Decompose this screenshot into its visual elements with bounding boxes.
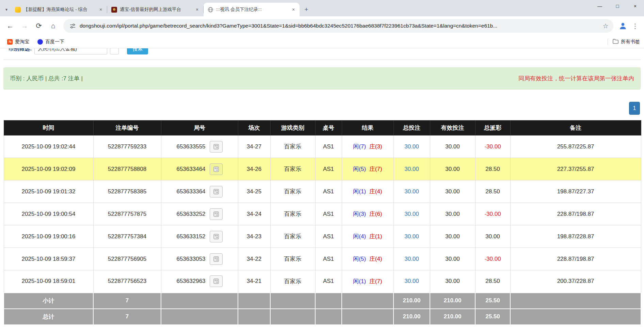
cell-payout: 30.00 bbox=[475, 225, 510, 248]
cell-session: 34-22 bbox=[238, 248, 270, 270]
bet-record-row: 2025-10-09 18:59:37 522877756905 6536330… bbox=[4, 248, 641, 270]
cell-game-type: 百家乐 bbox=[270, 270, 315, 293]
round-result-button[interactable] bbox=[210, 163, 223, 175]
address-bar[interactable]: dongshouji.com/ipl/portal.php/game/betre… bbox=[63, 19, 613, 33]
cell-game-type: 百家乐 bbox=[270, 225, 315, 248]
cell-total-bet[interactable]: 30.00 bbox=[393, 248, 430, 270]
cell-round: 653633152 bbox=[161, 225, 238, 248]
bookmark-aitaobao[interactable]: 淘 爱淘宝 bbox=[4, 37, 32, 46]
round-id: 653633053 bbox=[176, 256, 205, 262]
home-button[interactable]: ⌂ bbox=[46, 19, 60, 33]
minimize-button[interactable]: — bbox=[591, 0, 609, 12]
tab-bet-records[interactable]: :::视讯 会员下注纪录::: × bbox=[204, 3, 300, 16]
cell-total-bet[interactable]: 30.00 bbox=[393, 135, 430, 158]
profile-avatar[interactable] bbox=[617, 20, 629, 32]
round-result-button[interactable] bbox=[210, 141, 223, 153]
cell-total-bet[interactable]: 30.00 bbox=[393, 180, 430, 203]
result-banker: 庄(6) bbox=[369, 211, 382, 217]
tab-forum[interactable]: 【新提醒】海燕策略论坛 - 综合 × bbox=[11, 3, 107, 16]
filter-dropdown[interactable] bbox=[110, 48, 119, 54]
cell-bet-id: 522877757875 bbox=[93, 203, 161, 225]
new-tab-button[interactable]: + bbox=[302, 5, 311, 14]
cell-time: 2025-10-09 19:00:16 bbox=[4, 225, 93, 248]
grand-total-valid-bet: 210.00 bbox=[430, 309, 475, 325]
cell-table-no: AS1 bbox=[315, 248, 342, 270]
bookmark-baidu[interactable]: 百度一下 bbox=[34, 37, 67, 46]
cell-session: 34-23 bbox=[238, 225, 270, 248]
bet-table-body: 2025-10-09 19:02:44 522877759233 6536335… bbox=[4, 135, 641, 293]
cell-total-bet[interactable]: 30.00 bbox=[393, 203, 430, 225]
header-game-type: 游戏类别 bbox=[270, 121, 315, 135]
tab-close-icon[interactable]: × bbox=[97, 6, 104, 13]
filter-form: 币别筛选: 搜索 bbox=[3, 48, 641, 60]
round-id: 653633364 bbox=[176, 188, 205, 195]
cell-time: 2025-10-09 19:01:32 bbox=[4, 180, 93, 203]
cell-total-bet[interactable]: 30.00 bbox=[393, 270, 430, 293]
browser-menu-icon[interactable]: ⋮ bbox=[630, 20, 641, 32]
close-button[interactable]: × bbox=[626, 0, 644, 12]
currency-filter-input[interactable] bbox=[34, 48, 107, 54]
round-result-button[interactable] bbox=[210, 231, 223, 242]
pagination: 1 bbox=[4, 102, 640, 115]
cell-total-bet[interactable]: 30.00 bbox=[393, 158, 430, 180]
cell-note: 227.37/255.87 bbox=[510, 158, 641, 180]
tab-tongbao[interactable]: 通宝-信誉最好的网上游戏平台 × bbox=[107, 3, 203, 16]
bet-record-row: 2025-10-09 19:00:54 522877757875 6536332… bbox=[4, 203, 641, 225]
header-total-bet: 总投注 bbox=[393, 121, 430, 135]
cell-result: 闲(5) 庄(7) bbox=[342, 158, 393, 180]
cell-bet-id: 522877758808 bbox=[93, 158, 161, 180]
header-payout: 总派彩 bbox=[475, 121, 510, 135]
cell-session: 34-24 bbox=[238, 203, 270, 225]
bet-record-row: 2025-10-09 19:00:16 522877757384 6536331… bbox=[4, 225, 641, 248]
browser-toolbar: ← → ⟳ ⌂ dongshouji.com/ipl/portal.php/ga… bbox=[0, 16, 644, 35]
round-result-button[interactable] bbox=[210, 275, 223, 287]
taobao-icon: 淘 bbox=[7, 39, 13, 45]
maximize-button[interactable]: □ bbox=[609, 0, 626, 12]
dice-icon bbox=[213, 144, 219, 150]
tab-title: 【新提醒】海燕策略论坛 - 综合 bbox=[23, 6, 95, 13]
grand-total-count: 7 bbox=[93, 309, 161, 325]
cell-round: 653633464 bbox=[161, 158, 238, 180]
header-result: 结果 bbox=[342, 121, 393, 135]
page-1-button[interactable]: 1 bbox=[629, 102, 640, 115]
cell-game-type: 百家乐 bbox=[270, 180, 315, 203]
round-result-button[interactable] bbox=[210, 208, 223, 220]
result-player: 闲(5) bbox=[353, 166, 366, 172]
cell-result: 闲(1) 庄(4) bbox=[342, 180, 393, 203]
result-player: 闲(4) bbox=[353, 233, 366, 240]
tab-close-icon[interactable]: × bbox=[194, 6, 200, 13]
tongbao-favicon bbox=[111, 7, 117, 13]
tab-title: :::视讯 会员下注纪录::: bbox=[216, 6, 287, 13]
tab-bar: ▾ 【新提醒】海燕策略论坛 - 综合 × 通宝-信誉最好的网上游戏平台 × ::… bbox=[0, 0, 644, 16]
cell-game-type: 百家乐 bbox=[270, 158, 315, 180]
tab-close-icon[interactable]: × bbox=[290, 6, 297, 13]
search-button[interactable]: 搜索 bbox=[127, 48, 148, 54]
tab-title: 通宝-信誉最好的网上游戏平台 bbox=[120, 6, 191, 13]
round-result-button[interactable] bbox=[210, 186, 223, 197]
cell-valid-bet: 30.00 bbox=[430, 270, 475, 293]
round-result-button[interactable] bbox=[210, 253, 223, 265]
subtotal-payout: 25.50 bbox=[475, 293, 510, 309]
subtotal-count: 7 bbox=[93, 293, 161, 309]
cell-total-bet[interactable]: 30.00 bbox=[393, 225, 430, 248]
window-controls: — □ × bbox=[591, 0, 644, 12]
result-banker: 庄(4) bbox=[369, 256, 382, 262]
tab-search-chevron-icon[interactable]: ▾ bbox=[2, 3, 11, 16]
cell-game-type: 百家乐 bbox=[270, 135, 315, 158]
cell-note: 200.37/228.87 bbox=[510, 270, 641, 293]
cell-game-type: 百家乐 bbox=[270, 248, 315, 270]
site-settings-icon[interactable] bbox=[68, 21, 77, 30]
result-player: 闲(7) bbox=[353, 143, 366, 150]
cell-result: 闲(3) 庄(6) bbox=[342, 203, 393, 225]
header-time: 时间 bbox=[4, 121, 93, 135]
bookmark-star-icon[interactable]: ☆ bbox=[600, 21, 611, 31]
reload-button[interactable]: ⟳ bbox=[32, 19, 46, 33]
url-text[interactable]: dongshouji.com/ipl/portal.php/game/betre… bbox=[80, 23, 600, 29]
cell-table-no: AS1 bbox=[315, 158, 342, 180]
forward-button[interactable]: → bbox=[18, 19, 31, 33]
cell-round: 653633364 bbox=[161, 180, 238, 203]
all-bookmarks[interactable]: 所有书签 bbox=[608, 39, 640, 45]
dice-icon bbox=[213, 189, 219, 195]
cell-payout: -30.00 bbox=[475, 135, 510, 158]
back-button[interactable]: ← bbox=[3, 19, 17, 33]
